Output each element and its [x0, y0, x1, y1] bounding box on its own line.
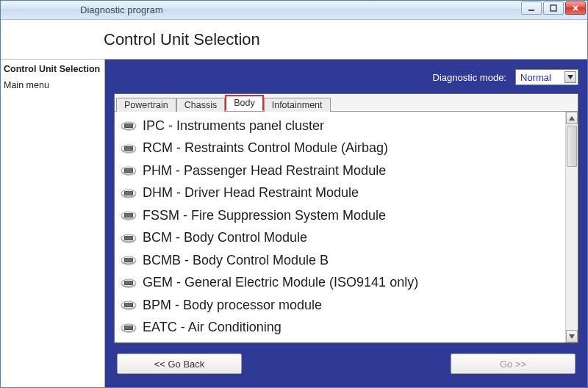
- titlebar: Diagnostic program: [1, 1, 587, 20]
- module-row[interactable]: PHM - Passenger Head Restraint Module: [116, 159, 564, 182]
- module-label: BCM - Body Control Module: [143, 230, 307, 245]
- chip-icon: [121, 277, 137, 289]
- tab-powertrain[interactable]: Powertrain: [116, 98, 176, 112]
- app-window: Diagnostic program Control Unit Selectio…: [0, 0, 588, 388]
- diagnostic-mode-select[interactable]: Normal: [515, 69, 578, 85]
- selection-panel: PowertrainChassisBodyInfotainment IPC - …: [114, 93, 578, 343]
- chip-icon: [121, 232, 137, 244]
- svg-rect-37: [125, 303, 132, 307]
- sidebar-item-control-unit-selection[interactable]: Control Unit Selection: [4, 64, 101, 76]
- svg-rect-9: [125, 146, 132, 150]
- module-label: PHM - Passenger Head Restraint Module: [143, 163, 386, 179]
- chip-icon: [121, 143, 137, 154]
- tab-strip: PowertrainChassisBodyInfotainment: [115, 94, 578, 112]
- chevron-down-icon: [569, 334, 575, 339]
- module-label: DHM - Driver Head Restraint Module: [143, 185, 359, 201]
- mode-row: Diagnostic mode: Normal: [114, 67, 578, 87]
- svg-rect-29: [125, 259, 132, 262]
- page-title: Control Unit Selection: [104, 30, 260, 49]
- sidebar: Control Unit Selection Main menu: [1, 60, 105, 387]
- sidebar-item-main-menu[interactable]: Main menu: [4, 80, 101, 92]
- go-forward-button[interactable]: Go >>: [451, 353, 576, 374]
- chevron-up-icon: [569, 116, 575, 121]
- main-panel: Diagnostic mode: Normal PowertrainChassi…: [105, 60, 587, 387]
- module-row[interactable]: IPC - Instruments panel cluster: [116, 115, 564, 137]
- tab-infotainment[interactable]: Infotainment: [264, 98, 331, 112]
- chevron-down-icon: [564, 71, 576, 83]
- module-row[interactable]: FSSM - Fire Suppression System Module: [116, 204, 564, 227]
- module-label: GEM - General Electric Module (ISO9141 o…: [143, 275, 418, 290]
- body: Control Unit Selection Main menu Diagnos…: [1, 60, 587, 387]
- maximize-icon: [550, 4, 557, 12]
- go-back-button[interactable]: << Go Back: [117, 353, 242, 374]
- scroll-up-button[interactable]: [566, 112, 578, 124]
- footer: << Go Back Go >>: [114, 349, 578, 378]
- svg-rect-17: [125, 191, 132, 195]
- svg-rect-13: [125, 169, 132, 173]
- module-label: IPC - Instruments panel cluster: [143, 118, 324, 134]
- minimize-icon: [528, 4, 535, 12]
- svg-rect-5: [125, 124, 132, 128]
- module-label: BCMB - Body Control Module B: [143, 253, 329, 268]
- module-row[interactable]: RCM - Restraints Control Module (Airbag): [116, 137, 564, 160]
- module-row[interactable]: GEM - General Electric Module (ISO9141 o…: [116, 272, 564, 295]
- close-icon: [572, 4, 579, 12]
- module-label: BPM - Body processor module: [143, 298, 322, 313]
- svg-rect-41: [125, 326, 132, 329]
- chip-icon: [121, 254, 137, 266]
- scroll-track[interactable]: [566, 124, 578, 330]
- tab-body[interactable]: Body: [225, 95, 264, 111]
- module-label: RCM - Restraints Control Module (Airbag): [143, 140, 388, 156]
- module-row[interactable]: EATC - Air Conditioning: [116, 317, 564, 340]
- minimize-button[interactable]: [521, 1, 542, 15]
- module-list-wrap: IPC - Instruments panel cluster RCM - Re…: [115, 112, 578, 342]
- window-controls: [521, 1, 586, 15]
- tab-chassis[interactable]: Chassis: [176, 98, 225, 112]
- svg-rect-1: [551, 5, 556, 11]
- page-header: Control Unit Selection: [1, 20, 587, 60]
- scroll-thumb[interactable]: [567, 126, 577, 167]
- module-list: IPC - Instruments panel cluster RCM - Re…: [115, 112, 565, 342]
- scroll-down-button[interactable]: [566, 330, 578, 342]
- chip-icon: [121, 187, 137, 199]
- chip-icon: [121, 209, 137, 221]
- chip-icon: [121, 322, 137, 334]
- svg-rect-21: [125, 214, 132, 218]
- svg-rect-33: [125, 281, 132, 284]
- svg-rect-0: [528, 10, 534, 11]
- module-row[interactable]: DHM - Driver Head Restraint Module: [116, 182, 564, 205]
- chip-icon: [121, 120, 137, 132]
- module-label: EATC - Air Conditioning: [143, 320, 282, 335]
- chip-icon: [121, 299, 137, 311]
- chip-icon: [121, 165, 137, 176]
- svg-rect-25: [125, 236, 132, 240]
- module-row[interactable]: BPM - Body processor module: [116, 294, 564, 317]
- window-title: Diagnostic program: [80, 4, 163, 15]
- diagnostic-mode-value: Normal: [520, 72, 551, 83]
- module-row[interactable]: BCMB - Body Control Module B: [116, 249, 564, 272]
- maximize-button[interactable]: [543, 1, 564, 15]
- module-label: FSSM - Fire Suppression System Module: [143, 208, 386, 223]
- close-button[interactable]: [565, 1, 586, 15]
- module-row[interactable]: BCM - Body Control Module: [116, 227, 564, 250]
- diagnostic-mode-label: Diagnostic mode:: [433, 72, 506, 83]
- scrollbar: [565, 112, 578, 342]
